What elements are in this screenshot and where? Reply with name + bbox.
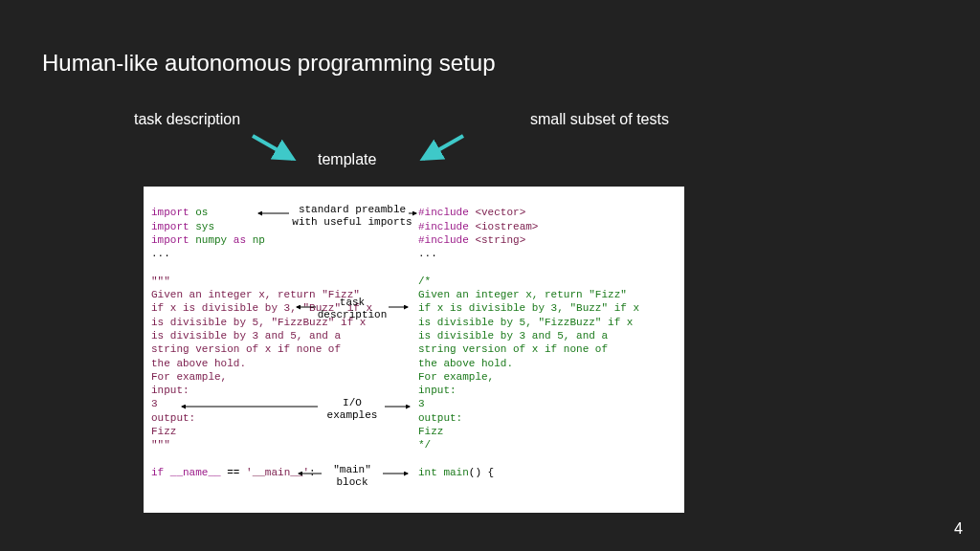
svg-line-1 [423, 136, 463, 159]
arrow-main-right [379, 468, 412, 479]
cpp-code-column: #include <vector> #include <iostream> #i… [418, 192, 562, 494]
page-number: 4 [954, 520, 963, 538]
label-task-description: task description [134, 111, 240, 128]
arrow-io-right [381, 401, 413, 412]
code-template-panel: import os import sys import numpy as np … [144, 187, 684, 513]
python-code-column: import os import sys import numpy as np … [151, 192, 290, 494]
label-small-subset-tests: small subset of tests [530, 111, 669, 128]
arrow-task-to-template [247, 130, 304, 168]
slide-title: Human-like autonomous programming setup [42, 50, 496, 77]
svg-line-0 [253, 136, 293, 159]
annotation-preamble: standard preamble with useful imports [285, 204, 419, 229]
arrow-main-left [295, 468, 325, 479]
arrow-taskdesc-right [385, 301, 412, 313]
arrow-tests-to-template [412, 130, 469, 168]
arrow-preamble-right [407, 208, 418, 219]
arrow-preamble-left [255, 208, 293, 219]
label-template: template [318, 151, 376, 168]
arrow-io-left [178, 401, 322, 412]
arrow-taskdesc-left [293, 301, 320, 313]
